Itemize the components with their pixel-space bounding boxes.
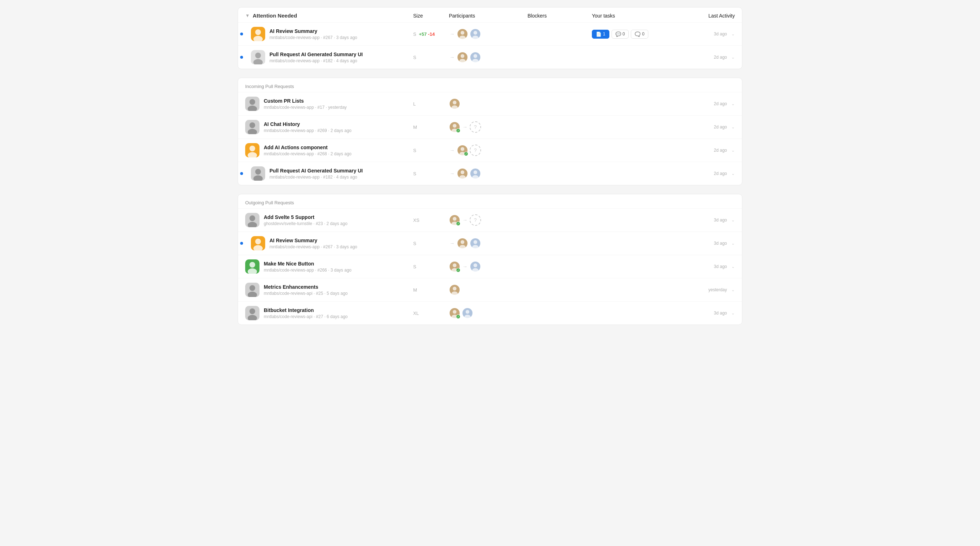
pr-text: Add Svelte 5 Support ghostdevv/svelte-tu…: [264, 214, 347, 226]
participant-avatar: [449, 98, 460, 110]
participant-avatar: ✓: [449, 121, 460, 133]
table-row[interactable]: Add Svelte 5 Support ghostdevv/svelte-tu…: [238, 208, 742, 231]
comment-icon: 💬: [616, 32, 621, 37]
user-avatar-svg: [245, 306, 259, 320]
pr-text: Make Me Nice Button mntlabs/code-reviews…: [264, 260, 351, 273]
chevron-down-icon[interactable]: ⌄: [731, 32, 735, 37]
user-avatar-svg: [245, 259, 259, 274]
svg-point-36: [461, 240, 465, 244]
svg-point-7: [253, 59, 263, 64]
table-row[interactable]: AI Review Summary mntlabs/code-reviews-a…: [238, 22, 742, 45]
avatar: [245, 213, 259, 227]
user-avatar-svg: [245, 283, 259, 297]
table-row[interactable]: AI Review Summary mntlabs/code-reviews-a…: [238, 231, 742, 255]
size-badge: S: [413, 148, 449, 153]
pr-info: AI Review Summary mntlabs/code-reviews-a…: [245, 27, 413, 41]
table-row[interactable]: Pull Request AI Generated Summary UI mnt…: [238, 45, 742, 69]
avatar: [251, 236, 265, 251]
chevron-down-icon[interactable]: ⌄: [731, 241, 735, 246]
task-comment-button[interactable]: 💬 0: [611, 30, 629, 38]
chevron-down-icon[interactable]: ⌄: [731, 311, 735, 316]
pr-text: AI Chat History mntlabs/code-reviews-app…: [264, 121, 351, 133]
col-last-activity: Last Activity: [670, 13, 735, 19]
user-avatar-svg: [245, 120, 259, 134]
participant-avatar: [469, 238, 481, 249]
size-badge: M: [413, 125, 449, 130]
svg-point-17: [248, 129, 257, 134]
unread-dot: [240, 242, 243, 245]
participant-avatar: [457, 168, 468, 179]
table-row[interactable]: Make Me Nice Button mntlabs/code-reviews…: [238, 255, 742, 278]
svg-point-24: [255, 169, 261, 175]
svg-point-51: [248, 315, 257, 320]
svg-point-6: [255, 53, 261, 58]
svg-point-25: [253, 175, 263, 181]
size-badge: S: [413, 241, 449, 246]
pr-info: Add AI Actions component mntlabs/code-re…: [245, 143, 413, 157]
collapse-icon[interactable]: ▼: [245, 13, 250, 18]
svg-point-20: [250, 145, 255, 151]
svg-point-13: [248, 105, 257, 111]
unread-dot: [240, 33, 243, 35]
svg-point-40: [250, 262, 255, 268]
svg-point-2: [461, 31, 465, 35]
svg-point-52: [453, 310, 457, 314]
task-chat-button[interactable]: 🗨️ 0: [631, 30, 648, 38]
participants-col: ✓ → ?: [449, 214, 528, 226]
attention-needed-header: ▼ Attention Needed Size Participants Blo…: [238, 8, 742, 22]
user-avatar-svg: [245, 97, 259, 111]
participants-col: →: [449, 28, 528, 40]
pr-info: Pull Request AI Generated Summary UI mnt…: [245, 166, 413, 181]
last-activity: 2d ago ⌄: [670, 125, 735, 129]
size-badge: S +57 -14: [413, 32, 449, 37]
svg-point-49: [452, 291, 458, 295]
svg-point-5: [472, 35, 479, 40]
col-tasks: Your tasks: [592, 13, 670, 19]
svg-point-12: [250, 99, 255, 105]
svg-point-50: [250, 308, 255, 314]
chevron-down-icon[interactable]: ⌄: [731, 55, 735, 60]
svg-point-41: [248, 268, 257, 274]
avatar: [245, 120, 259, 134]
task-file-button[interactable]: 📄 1: [592, 30, 609, 38]
last-activity: 2d ago ⌄: [670, 148, 735, 153]
svg-point-16: [250, 122, 255, 128]
participants-col: ✓ →: [449, 261, 528, 272]
table-row[interactable]: Metrics Enhancements mntlabs/code-review…: [238, 278, 742, 301]
participant-avatar: [469, 168, 481, 179]
table-row[interactable]: Pull Request AI Generated Summary UI mnt…: [238, 162, 742, 185]
last-activity: 2d ago ⌄: [670, 55, 735, 60]
table-row[interactable]: Bitbucket Integration mntlabs/code-revie…: [238, 301, 742, 324]
chevron-down-icon[interactable]: ⌄: [731, 101, 735, 106]
participants-col: [449, 284, 528, 295]
chevron-down-icon[interactable]: ⌄: [731, 287, 735, 292]
chevron-down-icon[interactable]: ⌄: [731, 125, 735, 129]
pr-info: Pull Request AI Generated Summary UI mnt…: [245, 50, 413, 64]
chevron-down-icon[interactable]: ⌄: [731, 148, 735, 153]
last-activity: 3d ago ⌄: [670, 217, 735, 223]
pr-text: Pull Request AI Generated Summary UI mnt…: [269, 51, 363, 63]
file-icon: 📄: [596, 32, 601, 37]
pr-text: AI Review Summary mntlabs/code-reviews-a…: [269, 237, 357, 249]
user-avatar-svg: [245, 213, 259, 227]
svg-point-39: [472, 245, 479, 249]
chevron-down-icon[interactable]: ⌄: [731, 264, 735, 269]
user-avatar-svg: [251, 166, 265, 181]
user-avatar-svg: [251, 50, 265, 64]
svg-point-42: [453, 263, 457, 267]
pr-info: Add Svelte 5 Support ghostdevv/svelte-tu…: [245, 213, 413, 227]
table-row[interactable]: Add AI Actions component mntlabs/code-re…: [238, 139, 742, 162]
participants-col: ✓: [449, 307, 528, 319]
table-row[interactable]: Custom PR Lists mntlabs/code-reviews-app…: [238, 92, 742, 115]
check-badge: ✓: [464, 152, 468, 156]
table-row[interactable]: AI Chat History mntlabs/code-reviews-app…: [238, 115, 742, 139]
avatar: [245, 97, 259, 111]
check-badge: ✓: [456, 128, 460, 133]
svg-point-35: [253, 245, 263, 251]
chevron-down-icon[interactable]: ⌄: [731, 171, 735, 176]
chevron-down-icon[interactable]: ⌄: [731, 217, 735, 223]
size-badge: XL: [413, 311, 449, 316]
participant-unknown: ?: [469, 145, 481, 156]
svg-point-28: [474, 170, 477, 174]
participant-avatar: [469, 28, 481, 40]
